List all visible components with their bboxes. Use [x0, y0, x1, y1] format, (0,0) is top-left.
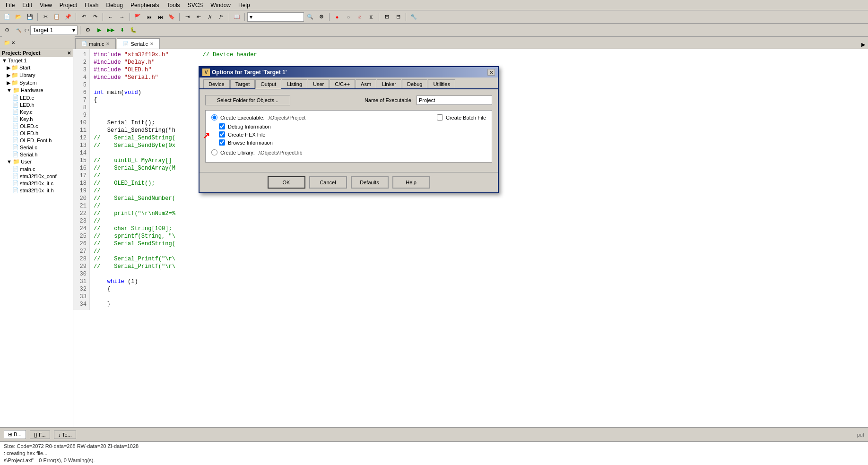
dialog-tab-linker[interactable]: Linker — [377, 79, 401, 88]
create-library-text: Create Library: — [220, 150, 255, 155]
dialog-tab-utilities-label: Utilities — [433, 81, 450, 87]
name-executable-label: Name of Executable: — [365, 97, 413, 103]
defaults-button[interactable]: Defaults — [351, 176, 389, 189]
dialog-tab-device-label: Device — [208, 81, 225, 87]
help-label: Help — [406, 180, 417, 185]
dialog-tab-target-label: Target — [235, 81, 250, 87]
select-folder-btn[interactable]: Select Folder for Objects... — [205, 95, 290, 105]
dialog-tab-target[interactable]: Target — [230, 79, 255, 88]
dialog-main-group: Create Executable: .\Objects\Project Cre… — [205, 110, 492, 163]
create-batch-checkbox[interactable] — [437, 114, 443, 121]
debug-info-label: Debug Information — [228, 124, 271, 129]
dialog-tabs: Device Target Output Listing User C/C++ … — [200, 78, 498, 89]
dialog-tab-utilities[interactable]: Utilities — [428, 79, 455, 88]
annotation-arrow: ↗ — [203, 130, 210, 141]
check-create-hex: Create HEX File ↗ — [211, 131, 486, 138]
dialog-tab-output-label: Output — [260, 81, 276, 87]
check-debug-info: Debug Information — [211, 123, 486, 129]
dialog-tab-linker-label: Linker — [382, 81, 396, 87]
dialog-tab-debug-label: Debug — [407, 81, 422, 87]
dialog-tab-debug[interactable]: Debug — [402, 79, 427, 88]
name-executable-input[interactable] — [417, 95, 492, 105]
options-dialog: V Options for Target 'Target 1' ✕ Device… — [199, 66, 499, 193]
dialog-tab-asm[interactable]: Asm — [356, 79, 376, 88]
create-executable-path: .\Objects\Project — [268, 115, 306, 121]
check-browse-info: Browse Information — [211, 139, 486, 146]
create-executable-label: Create Executable: .\Objects\Project — [220, 115, 305, 121]
create-batch-label: Create Batch File — [446, 115, 486, 121]
cancel-button[interactable]: Cancel — [309, 176, 347, 189]
dialog-close-button[interactable]: ✕ — [487, 69, 495, 76]
create-executable-text: Create Executable: — [220, 115, 265, 121]
dialog-footer: OK Cancel Defaults Help — [200, 172, 498, 192]
radio-create-executable-input[interactable] — [211, 114, 217, 121]
dialog-body: Select Folder for Objects... Name of Exe… — [200, 89, 498, 172]
debug-info-checkbox[interactable] — [219, 123, 225, 129]
dialog-tab-asm-label: Asm — [361, 81, 371, 87]
browse-info-label: Browse Information — [228, 140, 273, 146]
dialog-titlebar: V Options for Target 'Target 1' ✕ — [200, 67, 498, 78]
browse-info-checkbox[interactable] — [219, 139, 225, 146]
dialog-tab-user[interactable]: User — [308, 79, 329, 88]
dialog-title-text: Options for Target 'Target 1' — [212, 69, 287, 76]
dialog-tab-cc-label: C/C++ — [335, 81, 350, 87]
dialog-row-1: Select Folder for Objects... Name of Exe… — [205, 95, 492, 105]
select-folder-label: Select Folder for Objects... — [217, 97, 278, 103]
create-library-path: .\Objects\Project.lib — [258, 150, 303, 155]
create-hex-label: Create HEX File — [228, 132, 265, 138]
dialog-tab-user-label: User — [313, 81, 324, 87]
cancel-label: Cancel — [320, 180, 336, 185]
help-button[interactable]: Help — [392, 176, 430, 189]
dialog-title-icon: V — [202, 69, 210, 76]
defaults-label: Defaults — [360, 180, 379, 185]
dialog-tab-listing-label: Listing — [287, 81, 302, 87]
dialog-tab-output[interactable]: Output — [255, 79, 281, 89]
ok-button[interactable]: OK — [268, 176, 305, 189]
radio-create-library-input[interactable] — [211, 149, 217, 155]
create-hex-checkbox[interactable] — [219, 131, 225, 138]
ok-label: OK — [283, 180, 290, 185]
dialog-tab-listing[interactable]: Listing — [282, 79, 307, 88]
dialog-tab-cc[interactable]: C/C++ — [330, 79, 355, 88]
dialog-overlay: V Options for Target 'Target 1' ✕ Device… — [0, 0, 868, 465]
create-library-label: Create Library: .\Objects\Project.lib — [220, 150, 303, 155]
radio-create-executable: Create Executable: .\Objects\Project Cre… — [211, 114, 486, 121]
dialog-title-area: V Options for Target 'Target 1' — [202, 69, 287, 76]
radio-create-library: Create Library: .\Objects\Project.lib — [211, 149, 486, 155]
dialog-tab-device[interactable]: Device — [203, 79, 230, 88]
